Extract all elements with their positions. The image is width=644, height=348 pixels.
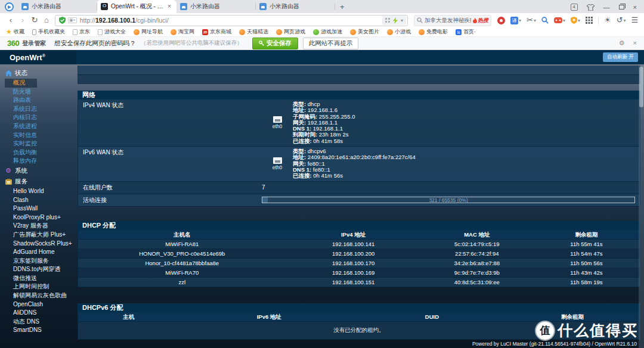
forward-button[interactable]: › <box>17 14 29 26</box>
bookmark-item[interactable]: 知 首页· <box>456 28 476 36</box>
auto-refresh-toggle[interactable]: 自动刷新 开 <box>603 52 638 62</box>
tab-close-icon[interactable]: × <box>166 3 173 10</box>
system-label: 系统 <box>15 167 27 175</box>
new-tab-button[interactable]: + <box>335 2 349 13</box>
status-submenu-item[interactable]: 实时信息 <box>5 131 76 140</box>
ipv6-wan-value: eth0 类型: dhcpv6地址: 2409:8a20:1e61:a20:2b… <box>257 147 640 181</box>
bookmark-item[interactable]: 游戏大全 <box>98 28 126 36</box>
bookmark-icon <box>239 29 245 35</box>
browser-logo-icon[interactable] <box>5 2 14 11</box>
browser-tab[interactable]: 小米路由器 × <box>256 0 335 13</box>
close-window-button[interactable]: × <box>633 4 637 11</box>
adblock-icon[interactable]: ▣× <box>68 17 77 23</box>
address-bar[interactable]: ▣× http://192.168.100.1/cgi-bin/luci/ ▾ <box>55 15 408 26</box>
gamepad-icon <box>554 17 562 23</box>
bookmark-item[interactable]: 免费电影 <box>419 28 448 36</box>
back-button[interactable]: ‹ <box>5 14 17 26</box>
browser-tab[interactable]: 小米路由器 × <box>18 0 97 13</box>
status-submenu-item[interactable]: 防火墙 <box>5 88 76 97</box>
sidebar-item-services[interactable]: 服务 <box>5 176 76 187</box>
scrollbar-thumb[interactable] <box>639 67 643 107</box>
home-button[interactable]: ⌂ <box>41 14 52 26</box>
minimize-button[interactable]: — <box>603 4 610 11</box>
restore-button[interactable] <box>619 5 624 10</box>
service-menu-item[interactable]: 动态 DNS <box>5 318 76 327</box>
bookmark-item[interactable]: JD 京东商城 <box>202 28 231 36</box>
service-menu-item[interactable]: PassWall <box>5 204 76 213</box>
service-menu-item[interactable]: ShadowSocksR Plus+ <box>5 240 76 248</box>
service-menu-item[interactable]: OpenClash <box>5 300 76 309</box>
interface-name: eth0 <box>273 123 283 129</box>
translate-button[interactable]: 译▾ <box>510 17 521 24</box>
reader-grid-icon[interactable] <box>385 18 390 23</box>
status-submenu-item[interactable]: 负载均衡 <box>5 148 76 157</box>
refresh-button[interactable]: ↻ <box>29 14 41 26</box>
game-center-button[interactable]: ▾ <box>554 17 565 23</box>
bookmark-item[interactable]: 网页游戏 <box>276 28 305 36</box>
browser-tab[interactable]: 小米路由器 × <box>177 0 256 13</box>
dhcp-lease-row: zzl 192.168.100.151 40:8d:5c:31:09:ee 11… <box>78 278 640 287</box>
bookmark-item[interactable]: 京东 <box>73 28 90 36</box>
save-password-button[interactable]: 安全保存 <box>252 38 298 49</box>
mac-cell: 22:57:6c:74:2f:94 <box>421 249 533 258</box>
browser-tab[interactable]: OpenWrt - 概况 - LuCI × <box>97 0 177 13</box>
hostname-cell: HONOR_V30_PRO-c0e4514e69b <box>78 249 286 258</box>
dismiss-button[interactable]: 此网站不再提示 <box>303 38 359 49</box>
skin-icon[interactable] <box>587 4 595 11</box>
service-menu-item[interactable]: 解锁网易云灰色歌曲 <box>5 291 76 300</box>
status-submenu-item[interactable]: 释放内存 <box>5 157 76 166</box>
bookmark-item[interactable]: 美女图片 <box>350 28 379 36</box>
status-submenu-item[interactable]: 系统进程 <box>5 122 76 131</box>
apps-grid-icon[interactable] <box>586 17 593 24</box>
dhcp-col-hostname: 主机名 <box>78 230 286 239</box>
service-menu-item[interactable]: 京东签到服务 <box>5 257 76 266</box>
status-submenu-item[interactable]: 概况 <box>5 79 37 88</box>
eye-protect-icon[interactable]: ☀ <box>604 16 611 24</box>
bookmark-item[interactable]: 网址导航 <box>134 28 163 36</box>
bookmark-item[interactable]: 淘宝网 <box>171 28 194 36</box>
caret-icon: ▾ <box>624 18 626 23</box>
zoom-icon[interactable] <box>541 17 549 24</box>
service-menu-item[interactable]: Hello World <box>5 187 76 196</box>
status-submenu-item[interactable]: 路由表 <box>5 96 76 105</box>
address-dropdown-icon[interactable]: ▾ <box>401 18 403 23</box>
status-submenu-item[interactable]: 系统日志 <box>5 105 76 114</box>
status-submenu-item[interactable]: 实时监控 <box>5 139 76 148</box>
service-menu-item[interactable]: DDNS.to内网穿透 <box>5 265 76 274</box>
bookmark-item[interactable]: 手机收藏夹 <box>32 28 65 36</box>
bookmark-item[interactable]: 小游戏 <box>387 28 411 36</box>
service-menu-item[interactable]: KoolProxyR plus+ <box>5 213 76 222</box>
status-submenu-item[interactable]: 内核日志 <box>5 113 76 122</box>
hot-search-badge[interactable]: 360 热搜 <box>473 17 488 24</box>
tab-count-badge[interactable]: 4 <box>571 4 578 11</box>
menu-button[interactable]: ☰ <box>631 16 639 24</box>
service-menu-item[interactable]: 微信推送 <box>5 274 76 283</box>
security-shield-icon[interactable] <box>59 17 66 24</box>
bookmark-item[interactable]: ★ 收藏 <box>6 28 24 36</box>
url-text[interactable]: http://192.168.100.1/cgi-bin/luci/ <box>80 17 382 24</box>
service-menu-item[interactable]: Clash <box>5 196 76 205</box>
sidebar-item-system[interactable]: ⚙ 系统 <box>5 166 76 176</box>
close-bar-icon[interactable]: × <box>633 39 637 47</box>
service-menu-item[interactable]: SmartDNS <box>5 326 76 335</box>
service-menu-item[interactable]: AdGuard Home <box>5 248 76 257</box>
bookmark-item[interactable]: 天猫精选 <box>239 28 268 36</box>
dhcpv6-col-host: 主机 <box>78 312 179 321</box>
settings-gear-icon[interactable]: ⚙ <box>619 39 625 47</box>
dhcp-section-title: DHCP 分配 <box>78 221 640 230</box>
security-center-button[interactable]: ▾ <box>571 17 580 24</box>
service-menu-item[interactable]: 上网时间控制 <box>5 282 76 291</box>
page-scrollbar[interactable] <box>639 64 644 348</box>
service-menu-item[interactable]: AliDDNS <box>5 309 76 318</box>
bookmark-item[interactable]: 游戏加速 <box>313 28 342 36</box>
status-home-icon <box>5 70 12 76</box>
search-box[interactable]: 加拿大量发神秘疾病 360 热搜 <box>414 15 491 26</box>
wheel-extension-icon[interactable] <box>497 17 505 24</box>
sidebar-item-status[interactable]: 状态 <box>5 68 76 79</box>
service-menu-item[interactable]: 广告屏蔽大师 Plus+ <box>5 231 76 240</box>
service-menu-item[interactable]: V2ray 服务器 <box>5 222 76 231</box>
history-button[interactable]: ↺▾ <box>617 16 626 24</box>
bookmark-label: 网址导航 <box>141 28 163 36</box>
speed-lightning-icon[interactable] <box>393 17 398 24</box>
screenshot-button[interactable]: ✂▾ <box>527 16 536 24</box>
